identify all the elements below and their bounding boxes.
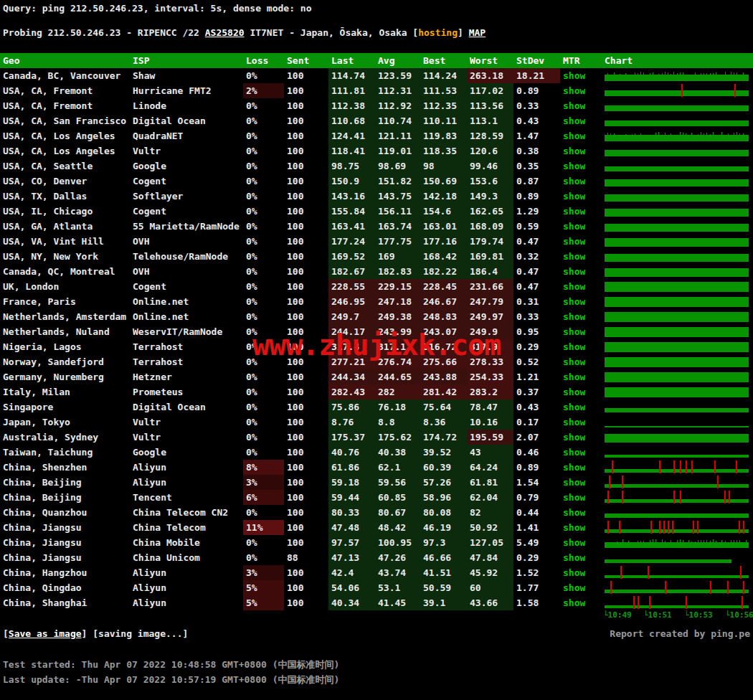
mtr-show-link[interactable]: show <box>563 597 585 608</box>
mtr-show-link[interactable]: show <box>563 507 585 518</box>
mtr-show-link[interactable]: show <box>563 251 585 262</box>
jitter-tick <box>688 540 689 542</box>
best-cell: 57.26 <box>420 475 467 490</box>
worst-cell: 120.6 <box>467 143 513 159</box>
mtr-show-link[interactable]: show <box>563 326 585 337</box>
mtr-show-link[interactable]: show <box>563 206 585 217</box>
mtr-show-link[interactable]: show <box>563 477 585 488</box>
mtr-show-link[interactable]: show <box>563 146 585 156</box>
mtr-show-link[interactable]: show <box>563 131 585 141</box>
column-header-loss: Loss <box>243 53 284 68</box>
packet-loss-mark <box>648 566 649 579</box>
isp-cell: Prometeus <box>130 384 243 399</box>
column-header-chart: Chart <box>602 53 753 68</box>
jitter-tick <box>725 541 726 542</box>
avg-cell: 119.01 <box>375 143 420 159</box>
mtr-show-link[interactable]: show <box>563 176 585 186</box>
isp-cell: Cogent <box>130 174 243 189</box>
avg-cell: 98.69 <box>375 159 420 174</box>
table-row: China, HangzhouAliyun3%10042.443.7441.51… <box>0 565 753 580</box>
mtr-show-link[interactable]: show <box>563 537 585 548</box>
table-row: China, JiangsuChina Unicom0%8847.1347.26… <box>0 550 753 565</box>
last-cell: 244.34 <box>328 369 375 384</box>
loss-cell: 0% <box>243 113 284 128</box>
probe-prefix: Probing 212.50.246.23 - RIPENCC /22 <box>3 27 205 38</box>
loss-cell: 0% <box>243 384 284 399</box>
last-cell: 249.7 <box>328 309 375 324</box>
best-cell: 8.36 <box>420 415 467 430</box>
mtr-cell: show <box>560 294 602 309</box>
mtr-show-link[interactable]: show <box>563 85 585 96</box>
mtr-show-link[interactable]: show <box>563 191 585 202</box>
table-row: China, QuanzhouChina Telecom CN20%10080.… <box>0 505 753 520</box>
mtr-show-link[interactable]: show <box>563 417 585 427</box>
sent-cell: 100 <box>284 294 328 309</box>
mtr-cell: show <box>560 279 602 294</box>
mtr-show-link[interactable]: show <box>563 356 585 367</box>
mtr-show-link[interactable]: show <box>563 462 585 473</box>
sent-cell: 100 <box>284 430 328 445</box>
latency-sparkline <box>605 354 749 369</box>
loss-cell: 0% <box>243 415 284 430</box>
mtr-show-link[interactable]: show <box>563 115 585 126</box>
packet-loss-mark <box>717 476 719 488</box>
mtr-show-link[interactable]: show <box>563 522 585 533</box>
mtr-show-link[interactable]: show <box>563 402 585 412</box>
as-number-link[interactable]: AS25820 <box>205 27 245 38</box>
jitter-tick <box>725 72 726 75</box>
mtr-show-link[interactable]: show <box>563 311 585 322</box>
stdev-cell: 0.33 <box>513 98 560 113</box>
packet-loss-mark <box>649 596 650 609</box>
mtr-cell: show <box>560 384 602 399</box>
geo-cell: Nigeria, Lagos <box>0 339 130 354</box>
mtr-show-link[interactable]: show <box>563 221 585 232</box>
isp-cell: Online.net <box>130 309 243 324</box>
best-cell: 182.22 <box>420 264 467 279</box>
jitter-tick <box>680 539 681 542</box>
mtr-show-link[interactable]: show <box>563 552 585 563</box>
sparkline-bar <box>605 605 749 608</box>
last-cell: 124.41 <box>328 128 375 143</box>
packet-loss-mark <box>622 491 623 503</box>
mtr-show-link[interactable]: show <box>563 567 585 578</box>
mtr-show-link[interactable]: show <box>563 296 585 307</box>
worst-cell: 10.16 <box>467 415 513 430</box>
avg-cell: 247.18 <box>375 294 420 309</box>
geo-cell: Australia, Sydney <box>0 430 130 445</box>
mtr-show-link[interactable]: show <box>563 432 585 443</box>
loss-cell: 0% <box>243 159 284 174</box>
mtr-show-link[interactable]: show <box>563 372 585 382</box>
geo-cell: USA, CA, Seattle <box>0 159 130 174</box>
mtr-show-link[interactable]: show <box>563 266 585 277</box>
latency-sparkline <box>605 475 749 490</box>
mtr-show-link[interactable]: show <box>563 387 585 397</box>
mtr-show-link[interactable]: show <box>563 447 585 458</box>
table-row: USA, VA, Vint HillOVH0%100177.24177.7517… <box>0 234 753 249</box>
geo-cell: China, Jiangsu <box>0 520 130 535</box>
loss-cell: 0% <box>243 505 284 520</box>
mtr-show-link[interactable]: show <box>563 341 585 352</box>
sent-cell: 100 <box>284 143 328 159</box>
sparkline-bar <box>605 90 749 96</box>
save-as-image-link[interactable]: Save as image <box>9 628 82 639</box>
jitter-tick <box>665 133 666 135</box>
mtr-show-link[interactable]: show <box>563 281 585 292</box>
map-link[interactable]: MAP <box>469 27 486 38</box>
jitter-tick <box>683 133 683 135</box>
mtr-show-link[interactable]: show <box>563 582 585 593</box>
stdev-cell: 0.29 <box>513 339 560 354</box>
geo-cell: China, Hangzhou <box>0 565 130 580</box>
mtr-show-link[interactable]: show <box>563 236 585 247</box>
worst-cell: 99.46 <box>467 159 513 174</box>
mtr-show-link[interactable]: show <box>563 100 585 111</box>
loss-cell: 3% <box>243 565 284 580</box>
jitter-tick <box>662 73 663 75</box>
best-cell: 246.67 <box>420 294 467 309</box>
packet-loss-mark <box>619 521 620 534</box>
mtr-show-link[interactable]: show <box>563 161 585 171</box>
mtr-show-link[interactable]: show <box>563 70 585 81</box>
latency-sparkline <box>605 294 749 309</box>
best-cell: 98 <box>420 159 467 174</box>
sparkline-bar <box>605 194 749 202</box>
mtr-show-link[interactable]: show <box>563 492 585 503</box>
